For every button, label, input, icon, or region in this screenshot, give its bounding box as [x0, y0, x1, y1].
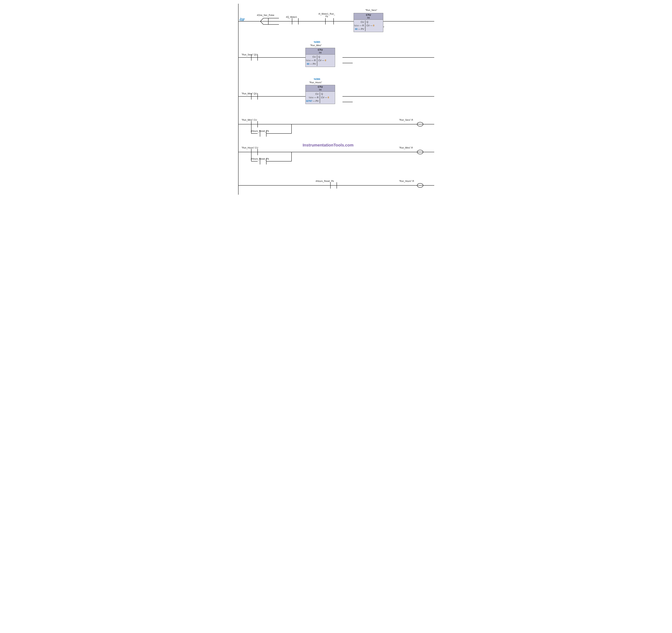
coil-r6 [417, 183, 423, 188]
ctu1-header: CTUInt [354, 13, 383, 20]
hours-reset-pb-label-r4: #Hours_Reset_Pb [251, 130, 269, 133]
ctu2-inputs: CU false — R 60 — PV [306, 55, 316, 66]
ladder-diagram: True #One_Sec_Pulse #Q_Motor1 #I_Motor1_… [232, 2, 440, 196]
db5-label: %DB5 [314, 41, 320, 43]
run-mins-cu-label: "Run_Mins".CU [241, 119, 257, 121]
run-mins-label: "Run_Mins" [310, 44, 322, 47]
svg-line-2 [260, 18, 263, 21]
run-hours-cu-label: "Run_Hours".CU [241, 146, 258, 149]
true-label-display: True [239, 19, 244, 22]
run-secs-r-label: "Run_Secs".R [399, 119, 413, 121]
ctu3-header: CTUInt [306, 85, 335, 92]
ctu3-inputs: CU false — R 32767 — PV [306, 92, 319, 103]
coil-r4 [417, 122, 423, 126]
run-hours-label: "Run_Hours" [309, 81, 322, 84]
hours-reset-pb-label-r5: #Hours_Reset_Pb [251, 158, 269, 160]
ctu1-top-label: "Run_Secs" [360, 9, 382, 11]
contact1-label-r1: #One_Sec_Pulse [256, 14, 275, 17]
ctu-block-2: CTUInt CU false — R 60 — PV Q CV — 0 [306, 48, 335, 67]
run-secs-qu-label: "Run_Secs".QU [241, 53, 257, 56]
ctu-block-3: CTUInt CU false — R 32767 — PV Q CV — 0 [306, 85, 335, 104]
ctu2-header: CTUInt [306, 48, 335, 54]
watermark: InstrumentationTools.com [303, 143, 354, 147]
contact3-label-r1: #I_Motor1_Run_Fb [317, 13, 336, 18]
hours-reset-pb-label-r6: #Hours_Reset_Pb [316, 180, 334, 183]
run-mins-r-label: "Run_Mins".R [399, 146, 413, 149]
svg-line-3 [260, 21, 263, 24]
coil-r5 [417, 150, 423, 154]
ctu3-outputs: Q CV — 0 [320, 92, 329, 103]
ctu2-outputs: Q CV — 0 [318, 55, 326, 66]
contact2-label-r1: #Q_Motor1 [284, 16, 299, 18]
ctu-block-1: CTUInt CU false — R 60 — PV Q CV — 0 [354, 13, 383, 32]
ctu1-outputs: Q CV — 0 [366, 20, 374, 31]
run-hours-r-label: "Run_Hours".R [399, 180, 414, 183]
db6-label: %DB6 [314, 78, 320, 80]
wires-svg [232, 2, 440, 196]
ctu1-inputs: CU false — R 60 — PV [354, 20, 365, 31]
run-mins-qu-label: "Run_Mins".QU [241, 92, 257, 95]
